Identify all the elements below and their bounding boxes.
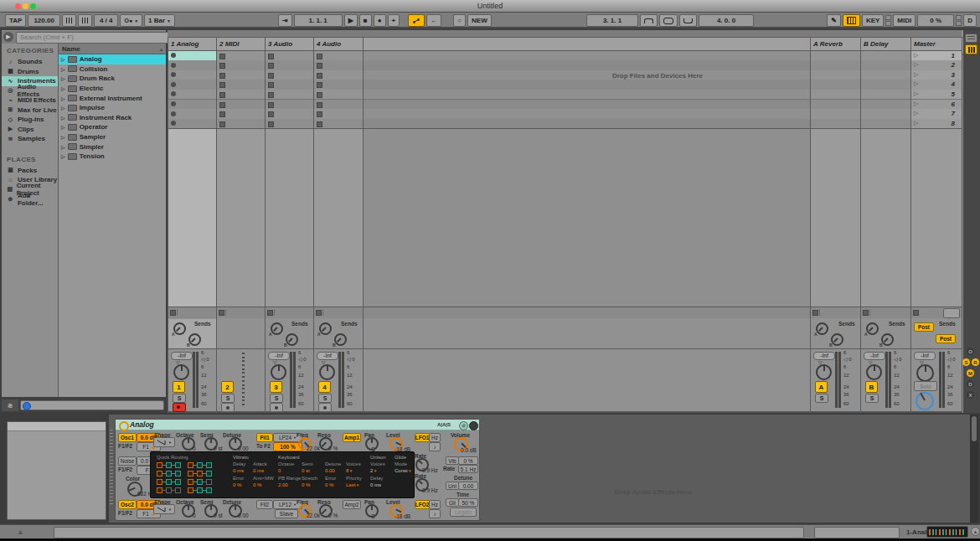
peak-level-display[interactable]: -Inf [317, 352, 338, 360]
clip-record-button[interactable] [171, 82, 176, 87]
clip-stop-button[interactable] [268, 102, 274, 108]
param-value[interactable]: 0.00 [238, 446, 249, 451]
param-value[interactable]: 0.0 dB [461, 447, 477, 453]
param-value[interactable]: 0.00 [238, 513, 249, 518]
vib-toggle[interactable]: Vib [446, 456, 459, 465]
amp2-button[interactable]: Amp2 [343, 500, 361, 509]
clip-record-button[interactable] [171, 63, 176, 68]
scene-play-icon[interactable]: ▷ [914, 120, 918, 126]
solo-button[interactable]: S [815, 394, 828, 403]
routing-option[interactable] [175, 471, 181, 477]
noise-button[interactable]: Noise [118, 456, 137, 466]
param-value[interactable]: 0 % [328, 446, 338, 451]
track-stop-all-button[interactable] [219, 310, 224, 316]
display-value[interactable]: 0 % [253, 482, 261, 487]
mixer-toggle-x[interactable]: X [967, 391, 974, 399]
mixer-toggle-r[interactable]: R [972, 358, 979, 366]
clip-stop-button[interactable] [317, 111, 322, 117]
routing-option[interactable] [197, 479, 203, 485]
clip-stop-button[interactable] [219, 54, 225, 59]
mixer-toggle-m[interactable]: M [967, 369, 974, 377]
solo-button[interactable]: S [221, 394, 235, 403]
scrollbar-handle[interactable] [972, 416, 977, 441]
routing-option[interactable] [197, 471, 203, 477]
track-activator-3[interactable]: 3 [270, 381, 282, 393]
track-activator-B[interactable]: B [865, 381, 878, 393]
clip-stop-button[interactable] [219, 63, 225, 69]
solo-button[interactable]: S [270, 394, 283, 403]
param-value[interactable]: -18 dB [395, 513, 410, 519]
lfo2-sync-toggle[interactable]: ♪ [429, 509, 441, 518]
track-stop-all-button[interactable] [170, 310, 176, 316]
pan-knob[interactable] [271, 364, 286, 380]
param-value[interactable]: 0 st [214, 446, 222, 451]
arm-button[interactable] [318, 403, 332, 412]
clip-stop-button[interactable] [268, 121, 274, 127]
routing-option[interactable] [206, 462, 212, 468]
param-value[interactable]: 22.0k [307, 446, 320, 451]
scene-play-icon[interactable]: ▷ [914, 100, 918, 107]
display-value[interactable]: Const ▾ [395, 468, 411, 473]
track-stop-all-button[interactable] [863, 310, 869, 316]
lfo1-mode-toggle[interactable]: Hz [429, 433, 441, 442]
pan-knob[interactable] [816, 364, 832, 380]
arm-button[interactable] [270, 403, 283, 412]
vib-amount-field[interactable]: 0 % [458, 456, 478, 465]
display-value[interactable]: 0 st [302, 468, 310, 473]
clip-stop-button[interactable] [219, 73, 225, 79]
slave-button[interactable]: Slave [275, 509, 298, 518]
param-value[interactable]: 0 [193, 446, 196, 451]
show-views-toggle-icon[interactable]: ▲ [17, 528, 24, 536]
clip-stop-button[interactable] [268, 54, 274, 59]
routing-option[interactable] [188, 471, 193, 477]
routing-option[interactable] [166, 487, 172, 493]
display-value[interactable]: Last ▾ [346, 482, 358, 487]
scene-play-icon[interactable]: ▷ [914, 90, 918, 97]
glide-time-field[interactable]: 50 % [458, 498, 478, 507]
lfo2-button[interactable]: LFO2 [415, 500, 430, 509]
display-value[interactable]: 2 ▾ [370, 468, 376, 473]
routing-option[interactable] [188, 462, 193, 468]
master-stop-all-button[interactable] [913, 310, 919, 316]
uni-detune-field[interactable]: 0.00 [458, 482, 478, 490]
scene-play-icon[interactable]: ▷ [914, 110, 918, 116]
display-value[interactable]: 0 ms [233, 468, 244, 473]
gli-toggle[interactable]: Gli [446, 498, 459, 507]
param-value[interactable]: 0 st [214, 513, 222, 518]
scene-play-icon[interactable]: ▷ [914, 61, 918, 68]
pan-knob[interactable] [173, 364, 189, 380]
clip-stop-button[interactable] [268, 92, 274, 98]
routing-option[interactable] [206, 471, 212, 477]
routing-option[interactable] [157, 487, 162, 493]
routing-option[interactable] [197, 487, 203, 493]
clip-stop-button[interactable] [317, 82, 322, 88]
track-stop-all-button[interactable] [316, 310, 322, 316]
clip-stop-button[interactable] [219, 102, 225, 108]
param-value[interactable]: 22.0k [307, 513, 320, 518]
routing-option[interactable] [197, 462, 203, 468]
routing-option[interactable] [188, 479, 193, 485]
legato-button[interactable]: Legato [450, 508, 477, 517]
clip-stop-button[interactable] [317, 73, 322, 79]
hot-swap-icon[interactable]: ⇄ [459, 421, 468, 430]
routing-option[interactable] [206, 479, 212, 485]
peak-level-display[interactable]: -Inf [268, 352, 290, 360]
pre-post-toggle-b[interactable]: Post [936, 334, 956, 343]
send-b-knob[interactable] [188, 333, 201, 346]
display-value[interactable]: 0 ms [253, 468, 264, 473]
display-value[interactable]: 0 % [302, 482, 310, 487]
osc2-shape-menu[interactable]: ▼ [153, 504, 175, 514]
track-activator-2[interactable]: 2 [221, 381, 234, 393]
param-value[interactable]: 0 % [328, 513, 338, 518]
clip-stop-button[interactable] [219, 111, 225, 117]
track-activator-A[interactable]: A [815, 381, 828, 393]
session-view-button[interactable] [965, 44, 977, 54]
send-a-knob[interactable] [271, 322, 283, 335]
routing-option[interactable] [157, 479, 162, 485]
clip-record-button[interactable] [171, 121, 176, 126]
arm-button[interactable] [221, 403, 235, 412]
clip-stop-button[interactable] [219, 121, 225, 127]
routing-option[interactable] [166, 462, 172, 468]
send-b-knob[interactable] [286, 333, 298, 346]
mixer-toggle-s[interactable]: S [962, 358, 970, 366]
